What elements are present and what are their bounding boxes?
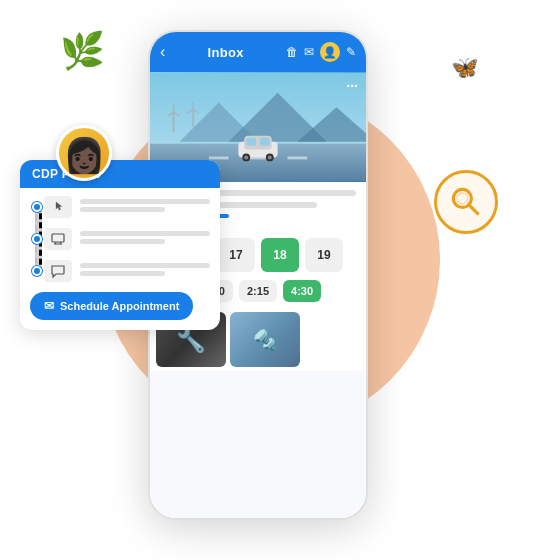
monitor-icon [44,228,72,250]
svg-point-16 [244,155,248,159]
schedule-button-label: Schedule Appointment [60,300,179,312]
svg-rect-14 [260,138,270,146]
timeline-item-2 [44,228,210,250]
svg-rect-10 [287,156,307,159]
svg-rect-23 [192,109,194,127]
mechanic-thumbnail: 🔩 [230,312,300,367]
leaves-decoration: 🌿 [60,30,105,72]
timeline-dot-2 [32,234,42,244]
timeline-bars-2 [80,231,210,247]
avatar-face: 👩🏿 [63,135,105,175]
search-icon [448,184,484,220]
svg-point-18 [268,155,272,159]
topbar-icons: 🗑 ✉ 👤 ✎ [286,42,356,62]
timeline-dot-3 [32,266,42,276]
cdp-body: ✉ Schedule Appointment [20,188,220,330]
mail-icon[interactable]: ✉ [304,45,314,59]
date-19[interactable]: 19 [305,238,343,272]
date-18-active[interactable]: 18 [261,238,299,272]
timeline-item-1 [44,196,210,218]
click-icon [44,196,72,218]
user-avatar-icon[interactable]: 👤 [320,42,340,62]
schedule-appointment-button[interactable]: ✉ Schedule Appointment [30,292,193,320]
svg-line-1 [469,205,478,214]
svg-rect-19 [173,112,175,132]
inbox-title: Inbox [208,45,244,60]
timeline-item-3 [44,260,210,282]
cdp-header: CDP Profile [20,160,220,188]
phone-topbar: ‹ Inbox 🗑 ✉ 👤 ✎ [150,32,366,72]
cdp-timeline [30,196,210,282]
svg-rect-8 [209,156,229,159]
cdp-profile-card: CDP Profile [20,160,220,330]
search-icon-circle [434,170,498,234]
time-430-active[interactable]: 4:30 [283,280,321,302]
svg-rect-13 [246,138,256,146]
svg-rect-27 [52,234,64,242]
butterfly-decoration: 🦋 [451,55,478,81]
envelope-icon: ✉ [44,299,54,313]
svg-point-2 [457,193,468,204]
trash-icon[interactable]: 🗑 [286,45,298,59]
more-options-icon[interactable]: ··· [346,78,358,94]
timeline-bars-1 [80,199,210,215]
time-215[interactable]: 2:15 [239,280,277,302]
date-17[interactable]: 17 [217,238,255,272]
back-button[interactable]: ‹ [160,43,165,61]
chat-icon [44,260,72,282]
timeline-dot-1 [32,202,42,212]
timeline-bars-3 [80,263,210,279]
avatar: 👩🏿 [56,125,112,181]
edit-icon[interactable]: ✎ [346,45,356,59]
